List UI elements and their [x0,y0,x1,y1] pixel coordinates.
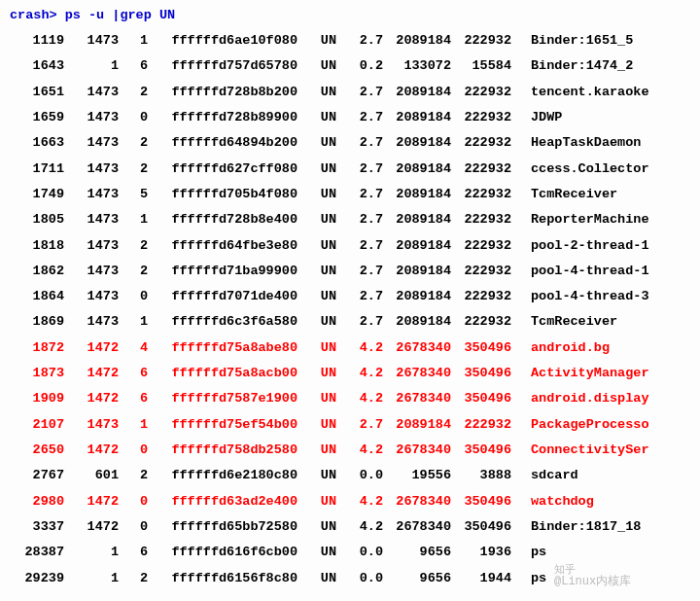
n-cell: 6 [119,53,148,79]
sz1-cell: 2678340 [383,361,451,386]
n-cell: 2 [119,157,148,182]
sz1-cell: 2089184 [383,259,451,284]
pid-cell: 28387 [10,540,64,565]
sz1-cell: 2678340 [383,336,451,361]
name-cell: Binder:1817_18 [511,514,690,540]
state-cell: UN [298,259,336,284]
name-cell: tencent.karaoke [511,80,690,105]
ppid-cell: 1473 [64,28,119,53]
name-cell: JDWP [511,105,690,130]
sz2-cell: 222932 [451,412,511,438]
ppid-cell: 1473 [64,207,119,232]
pct-cell: 2.7 [336,309,383,335]
sz1-cell: 2089184 [383,309,451,335]
sz1-cell: 2089184 [383,284,451,309]
pct-cell: 2.7 [336,105,383,130]
sz2-cell: 222932 [451,80,511,105]
sz1-cell: 19556 [383,463,451,488]
pct-cell: 0.2 [336,53,383,79]
addr-cell: ffffffd728b8b200 [148,80,298,105]
sz2-cell: 15584 [451,53,511,79]
name-cell: HeapTaskDaemon [511,130,690,156]
addr-cell: ffffffd705b4f080 [148,182,298,207]
command-prompt: crash> ps -u |grep UN [10,8,690,22]
sz2-cell: 222932 [451,105,511,130]
name-cell: TcmReceiver [511,182,690,207]
name-cell: TcmReceiver [511,309,690,335]
addr-cell: ffffffd75a8acb00 [148,361,298,386]
sz2-cell: 222932 [451,182,511,207]
name-cell: ConnectivitySer [511,438,690,463]
sz2-cell: 3888 [451,463,511,488]
state-cell: UN [298,207,336,232]
name-cell: ccess.Collector [511,157,690,182]
addr-cell: ffffffd65bb72580 [148,514,298,540]
addr-cell: ffffffd71ba99900 [148,259,298,284]
addr-cell: ffffffd7587e1900 [148,386,298,411]
n-cell: 1 [119,309,148,335]
sz1-cell: 2089184 [383,182,451,207]
n-cell: 2 [119,566,148,591]
sz1-cell: 2678340 [383,514,451,540]
sz2-cell: 222932 [451,259,511,284]
sz1-cell: 2678340 [383,386,451,411]
sz2-cell: 350496 [451,336,511,361]
pid-cell: 1749 [10,182,64,207]
pid-cell: 1909 [10,386,64,411]
addr-cell: ffffffd64894b200 [148,130,298,156]
addr-cell: ffffffd6c3f6a580 [148,309,298,335]
n-cell: 6 [119,361,148,386]
name-cell: ReporterMachine [511,207,690,232]
table-row: 27676012ffffffd6e2180c80UN0.0195563888sd… [10,463,690,488]
sz1-cell: 2678340 [383,438,451,463]
sz2-cell: 350496 [451,514,511,540]
table-row: 298014720ffffffd63ad2e400UN4.22678340350… [10,489,690,514]
name-cell: ps [511,566,690,591]
n-cell: 0 [119,438,148,463]
name-cell: PackageProcesso [511,412,690,438]
prompt-symbol: crash> [10,8,57,22]
ppid-cell: 1472 [64,361,119,386]
state-cell: UN [298,182,336,207]
pct-cell: 4.2 [336,514,383,540]
sz1-cell: 2089184 [383,28,451,53]
state-cell: UN [298,463,336,488]
pid-cell: 1643 [10,53,64,79]
table-row: 180514731ffffffd728b8e400UN2.72089184222… [10,207,690,232]
name-cell: ps [511,540,690,565]
table-row: 190914726ffffffd7587e1900UN4.22678340350… [10,386,690,411]
table-row: 187314726ffffffd75a8acb00UN4.22678340350… [10,361,690,386]
sz1-cell: 2678340 [383,489,451,514]
n-cell: 0 [119,105,148,130]
name-cell: android.display [511,386,690,411]
pid-cell: 1659 [10,105,64,130]
pid-cell: 2767 [10,463,64,488]
pct-cell: 4.2 [336,438,383,463]
ppid-cell: 1473 [64,233,119,259]
pct-cell: 2.7 [336,207,383,232]
state-cell: UN [298,130,336,156]
ppid-cell: 1473 [64,309,119,335]
addr-cell: ffffffd6156f8c80 [148,566,298,591]
pid-cell: 1663 [10,130,64,156]
pct-cell: 2.7 [336,233,383,259]
ppid-cell: 1473 [64,412,119,438]
ppid-cell: 1472 [64,386,119,411]
ppid-cell: 1473 [64,182,119,207]
n-cell: 1 [119,412,148,438]
state-cell: UN [298,309,336,335]
ppid-cell: 1473 [64,105,119,130]
pid-cell: 1651 [10,80,64,105]
sz1-cell: 2089184 [383,105,451,130]
n-cell: 2 [119,259,148,284]
pct-cell: 2.7 [336,130,383,156]
pid-cell: 1818 [10,233,64,259]
state-cell: UN [298,80,336,105]
sz2-cell: 222932 [451,233,511,259]
table-row: 165114732ffffffd728b8b200UN2.72089184222… [10,80,690,105]
ppid-cell: 601 [64,463,119,488]
table-row: 265014720ffffffd758db2580UN4.22678340350… [10,438,690,463]
pct-cell: 0.0 [336,540,383,565]
n-cell: 6 [119,386,148,411]
pid-cell: 29239 [10,566,64,591]
